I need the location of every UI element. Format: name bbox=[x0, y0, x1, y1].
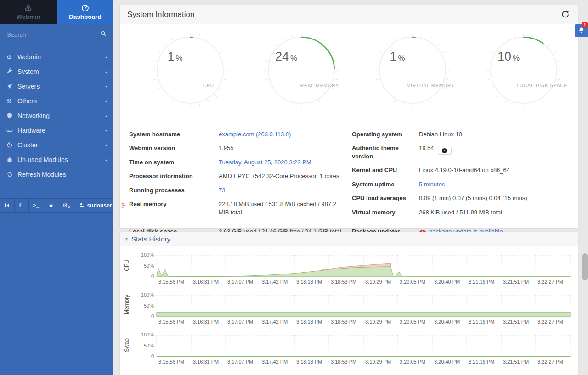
info-value-link[interactable]: example.com (203.0.113.0) bbox=[219, 130, 291, 139]
info-value-link[interactable]: Tuesday, August 25, 2020 3:22 PM bbox=[219, 158, 311, 167]
info-label: Authentic theme version bbox=[352, 144, 419, 160]
sidebar-item-label: Un-used Modules bbox=[17, 156, 68, 163]
info-value: Debian Linux 10 bbox=[419, 130, 462, 139]
notification-count-badge: 1 bbox=[582, 22, 588, 28]
info-value: 228.18 MiB used / 531.8 MiB cached / 987… bbox=[219, 200, 344, 216]
info-label: Time on system bbox=[129, 158, 219, 167]
sidebar-item-label: Others bbox=[17, 97, 37, 105]
y-axis-tick: 100% bbox=[133, 332, 154, 337]
terminal-button[interactable]: >_ bbox=[29, 199, 45, 212]
sidebar-item-label: System bbox=[17, 68, 39, 75]
notifications-button[interactable]: 1 bbox=[575, 24, 588, 37]
sidebar-item-hardware[interactable]: Hardware◂ bbox=[0, 123, 113, 138]
tab-webmin[interactable]: Webmin bbox=[0, 0, 57, 24]
search-input[interactable] bbox=[7, 31, 100, 38]
x-axis-labels: 3:15:56 PM3:16:31 PM3:17:07 PM3:17:42 PM… bbox=[157, 359, 570, 365]
info-row-processor-information: Processor informationAMD EPYC 7542 32-Co… bbox=[129, 169, 344, 184]
sidebar-item-label: Servers bbox=[17, 83, 40, 90]
gauge-value: 1% bbox=[390, 50, 405, 64]
night-mode-button[interactable]: ☾ bbox=[15, 199, 29, 212]
x-axis-tick: 3:20:40 PM bbox=[434, 319, 460, 325]
page-title: System Information bbox=[127, 10, 194, 19]
caret-left-icon: ◂ bbox=[105, 129, 107, 133]
x-axis-tick: 3:21:51 PM bbox=[503, 319, 529, 325]
sidebar-item-servers[interactable]: Servers◂ bbox=[0, 79, 113, 94]
sidebar-item-cluster[interactable]: Cluster◂ bbox=[0, 138, 113, 152]
info-label: System uptime bbox=[352, 180, 419, 189]
info-row-authentic-theme-version: Authentic theme version19.54i bbox=[352, 141, 572, 163]
info-row-real-memory: Real memory228.18 MiB used / 531.8 MiB c… bbox=[129, 197, 344, 219]
x-axis-tick: 3:16:31 PM bbox=[193, 279, 219, 285]
theme-info-button[interactable]: i bbox=[438, 147, 452, 155]
gauge-cpu: 1%CPU bbox=[151, 31, 229, 109]
caret-left-icon: ◂ bbox=[105, 99, 107, 103]
x-axis-tick: 3:18:18 PM bbox=[296, 319, 322, 325]
gauge-value: 1% bbox=[167, 50, 182, 64]
gear-icon: ⚙ bbox=[6, 54, 17, 61]
y-axis-tick: 50% bbox=[133, 303, 154, 308]
x-axis-tick: 3:18:53 PM bbox=[331, 279, 356, 285]
y-axis-tick: 0 bbox=[133, 274, 154, 279]
x-axis-tick: 3:20:05 PM bbox=[400, 319, 425, 325]
logout-icon bbox=[120, 202, 126, 208]
moon-icon: ☾ bbox=[19, 202, 24, 208]
info-row-time-on-system: Time on systemTuesday, August 25, 2020 3… bbox=[129, 155, 344, 169]
sidebar-item-others[interactable]: ⚒Others◂ bbox=[0, 94, 113, 108]
user-icon bbox=[79, 202, 85, 208]
chart-cpu: CPU100%50%03:15:56 PM3:16:31 PM3:17:07 P… bbox=[120, 253, 578, 293]
sidebar-menu: ⚙Webmin◂System◂Servers◂⚒Others◂Networkin… bbox=[0, 50, 113, 182]
search-icon bbox=[100, 30, 107, 39]
info-row-operating-system: Operating systemDebian Linux 10 bbox=[352, 127, 572, 141]
tab-webmin-label: Webmin bbox=[17, 13, 40, 20]
sidebar: Webmin Dashboard ⚙Webmin◂System◂Servers◂… bbox=[0, 0, 113, 375]
tab-dashboard-label: Dashboard bbox=[69, 13, 102, 20]
x-axis-tick: 3:22:27 PM bbox=[537, 319, 563, 325]
sidebar-item-webmin[interactable]: ⚙Webmin◂ bbox=[0, 50, 113, 64]
system-info-table: System hostnameexample.com (203.0.113.0)… bbox=[120, 127, 578, 241]
info-value: 268 KiB used / 511.99 MiB total bbox=[419, 208, 502, 217]
logout-button[interactable] bbox=[116, 199, 130, 212]
info-value: Linux 4.19.0-10-amd64 on x86_64 bbox=[419, 166, 510, 174]
puzzle-icon bbox=[6, 157, 17, 163]
rocket-icon bbox=[6, 83, 17, 90]
info-value-link[interactable]: 5 minutes bbox=[419, 180, 445, 189]
logged-in-user-label: sudouser bbox=[87, 202, 112, 209]
y-axis-tick: 100% bbox=[133, 292, 154, 297]
collapse-sidebar-button[interactable] bbox=[0, 199, 15, 212]
sidebar-item-networking[interactable]: Networking◂ bbox=[0, 108, 113, 123]
vertical-scrollbar-thumb[interactable] bbox=[582, 253, 588, 280]
refresh-icon bbox=[6, 171, 17, 178]
power-icon bbox=[6, 142, 17, 148]
favorites-button[interactable]: ★ bbox=[44, 199, 58, 212]
info-value-link[interactable]: 73 bbox=[219, 186, 225, 195]
info-row-webmin-version: Webmin version1.955 bbox=[129, 141, 344, 156]
info-label: Kernel and CPU bbox=[352, 166, 419, 174]
tab-dashboard[interactable]: Dashboard bbox=[57, 0, 114, 24]
sidebar-item-refresh-modules[interactable]: Refresh Modules bbox=[0, 167, 113, 182]
system-information-header: System Information bbox=[120, 5, 578, 24]
x-axis-tick: 3:18:53 PM bbox=[331, 359, 356, 364]
star-icon: ★ bbox=[48, 202, 54, 208]
sidebar-item-label: Cluster bbox=[17, 141, 38, 149]
gauge-value: 24% bbox=[275, 50, 297, 64]
main-content: 1 System Information 1%CPU24%REAL MEMORY… bbox=[113, 0, 588, 375]
user-button[interactable]: sudouser bbox=[74, 199, 116, 212]
info-value: 1.955 bbox=[219, 144, 234, 152]
y-axis-tick: 0 bbox=[133, 313, 154, 319]
sidebar-toolbar: ☾>_★⚙ₒsudouser bbox=[0, 198, 113, 213]
sidebar-item-un-used-modules[interactable]: Un-used Modules◂ bbox=[0, 152, 113, 167]
refresh-button[interactable] bbox=[560, 9, 571, 20]
caret-left-icon: ◂ bbox=[105, 158, 107, 162]
x-axis-tick: 3:16:31 PM bbox=[193, 359, 219, 364]
shield-icon bbox=[6, 112, 17, 119]
tools-icon: ⚒ bbox=[6, 98, 17, 105]
sidebar-item-system[interactable]: System◂ bbox=[0, 64, 113, 79]
stats-history-header[interactable]: ▾ Stats History bbox=[120, 232, 578, 246]
sidebar-item-label: Networking bbox=[17, 112, 50, 119]
x-axis-tick: 3:17:07 PM bbox=[227, 279, 253, 285]
info-value: 0.09 (1 min) 0.07 (5 mins) 0.04 (15 mins… bbox=[419, 194, 527, 202]
settings-button[interactable]: ⚙ₒ bbox=[58, 199, 75, 212]
x-axis-tick: 3:20:40 PM bbox=[434, 359, 460, 364]
x-axis-tick: 3:18:53 PM bbox=[331, 319, 356, 325]
info-label: Webmin version bbox=[129, 144, 219, 152]
